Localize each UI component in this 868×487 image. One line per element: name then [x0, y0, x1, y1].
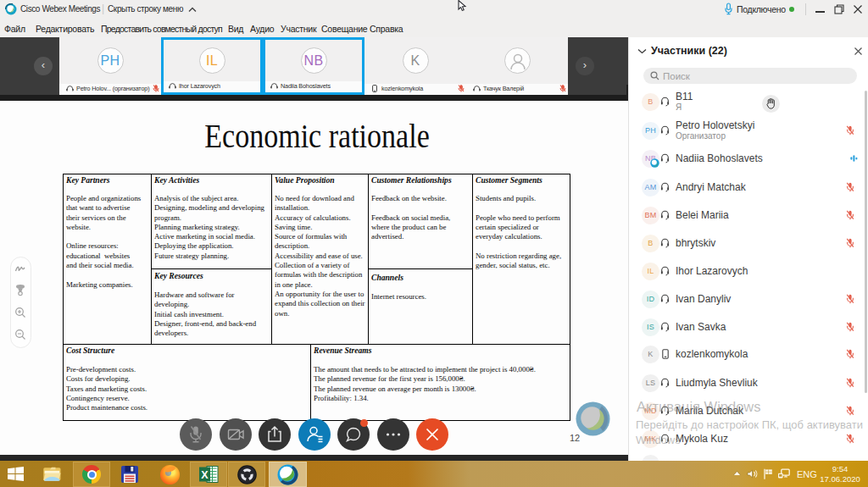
svg-text:X: X	[201, 469, 209, 481]
